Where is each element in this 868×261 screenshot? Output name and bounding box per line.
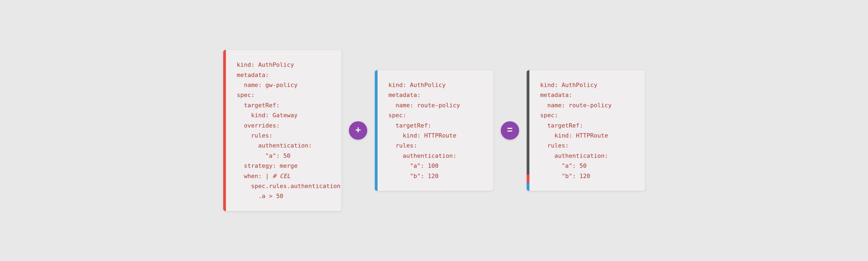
card-2-border bbox=[375, 70, 377, 191]
card3-line-10: "b": 120 bbox=[540, 173, 590, 180]
card-3-content: kind: AuthPolicy metadata: name: route-p… bbox=[529, 70, 645, 191]
plus-operator: + bbox=[349, 121, 367, 140]
card2-line-9: "a": 100 bbox=[388, 162, 438, 169]
equals-icon: = bbox=[507, 125, 513, 136]
card1-line-8: rules: bbox=[237, 132, 272, 139]
card3-line-3: name: route-policy bbox=[540, 102, 612, 109]
card3-line-1: kind: AuthPolicy bbox=[540, 81, 597, 88]
card-2-content: kind: AuthPolicy metadata: name: route-p… bbox=[377, 70, 493, 191]
card-1-code: kind: AuthPolicy metadata: name: gw-poli… bbox=[237, 60, 341, 201]
card3-line-8: authentication: bbox=[540, 152, 608, 159]
card3-line-7: rules: bbox=[540, 142, 569, 149]
card2-line-10: "b": 120 bbox=[388, 173, 438, 180]
card2-line-6: kind: HTTPRoute bbox=[388, 132, 457, 139]
card1-line-2: metadata: bbox=[237, 72, 269, 78]
card2-line-5: targetRef: bbox=[388, 122, 431, 129]
card1-line-4: spec: bbox=[237, 92, 254, 98]
card1-line-5: targetRef: bbox=[237, 102, 280, 109]
equals-operator: = bbox=[501, 121, 519, 140]
card1-line-13: spec.rules.authentication bbox=[237, 183, 341, 189]
card-3-border-dark bbox=[527, 70, 529, 174]
card-2-code: kind: AuthPolicy metadata: name: route-p… bbox=[388, 80, 482, 181]
main-container: kind: AuthPolicy metadata: name: gw-poli… bbox=[223, 50, 645, 211]
card-3-border-blue bbox=[527, 183, 529, 191]
card2-line-2: metadata: bbox=[388, 92, 421, 98]
card-3-border bbox=[527, 70, 529, 191]
card1-line-7: overrides: bbox=[237, 122, 280, 129]
card-1-border bbox=[223, 50, 226, 211]
card2-line-8: authentication: bbox=[388, 152, 457, 159]
card1-line-10: "a": 50 bbox=[237, 152, 290, 159]
card2-line-7: rules: bbox=[388, 142, 417, 149]
card2-line-4: spec: bbox=[388, 112, 406, 119]
card1-line-9: authentication: bbox=[237, 142, 312, 149]
card1-line-3: name: gw-policy bbox=[237, 81, 298, 88]
card2-line-1: kind: AuthPolicy bbox=[388, 81, 445, 88]
card2-line-3: name: route-policy bbox=[388, 102, 460, 109]
card1-line-1: kind: AuthPolicy bbox=[237, 61, 294, 68]
card-3: kind: AuthPolicy metadata: name: route-p… bbox=[527, 70, 645, 191]
card3-line-6: kind: HTTPRoute bbox=[540, 132, 608, 139]
card-3-border-red bbox=[527, 174, 529, 183]
card3-line-5: targetRef: bbox=[540, 122, 583, 129]
card3-line-4: spec: bbox=[540, 112, 558, 119]
card1-line-12: when: | # CEL bbox=[237, 173, 290, 180]
card3-line-9: "a": 50 bbox=[540, 162, 587, 169]
plus-icon: + bbox=[355, 125, 361, 136]
card-1: kind: AuthPolicy metadata: name: gw-poli… bbox=[223, 50, 341, 211]
card1-line-11: strategy: merge bbox=[237, 162, 298, 169]
card1-line-6: kind: Gateway bbox=[237, 112, 298, 119]
card-1-content: kind: AuthPolicy metadata: name: gw-poli… bbox=[226, 50, 341, 211]
card-3-code: kind: AuthPolicy metadata: name: route-p… bbox=[540, 80, 634, 181]
card-2: kind: AuthPolicy metadata: name: route-p… bbox=[375, 70, 493, 191]
card3-line-2: metadata: bbox=[540, 92, 572, 98]
card1-line-14: .a > 50 bbox=[237, 193, 283, 199]
